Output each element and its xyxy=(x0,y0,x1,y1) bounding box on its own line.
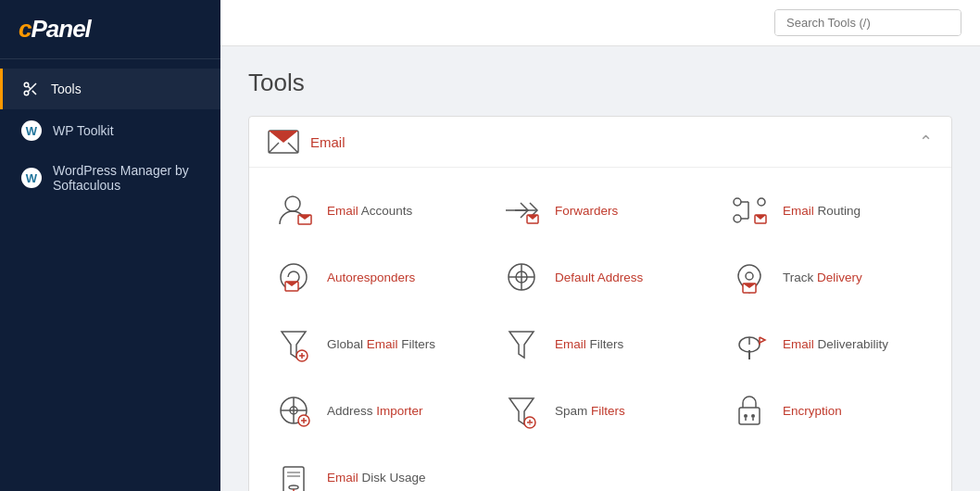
main-content: Tools Email xyxy=(220,0,980,491)
tool-default-address[interactable]: Default Address xyxy=(486,244,714,310)
wp-icon: W xyxy=(21,120,42,141)
topbar xyxy=(220,0,980,46)
track-delivery-label: Track Delivery xyxy=(783,271,862,284)
default-address-icon xyxy=(501,257,542,297)
search-input[interactable] xyxy=(775,10,961,35)
svg-point-61 xyxy=(289,485,298,489)
forwarders-icon xyxy=(501,190,542,231)
forwarders-label: Forwarders xyxy=(555,204,618,218)
spam-filters-label: Spam Filters xyxy=(555,404,625,418)
scissors-icon xyxy=(21,80,40,98)
tool-email-accounts[interactable]: Email Accounts xyxy=(258,177,486,244)
sidebar-wpmanager-label: WordPress Manager by Softaculous xyxy=(53,163,202,193)
svg-rect-60 xyxy=(283,467,304,491)
encryption-label: Encryption xyxy=(783,404,842,418)
tool-email-deliverability[interactable]: Email Deliverability xyxy=(714,310,942,377)
encryption-icon xyxy=(729,390,770,431)
default-address-label: Default Address xyxy=(555,271,643,284)
email-section-title: Email xyxy=(310,134,346,150)
sidebar-item-wp-toolkit[interactable]: W WP Toolkit xyxy=(0,109,220,152)
tool-spam-filters[interactable]: Spam Filters xyxy=(486,377,714,444)
email-accounts-icon xyxy=(273,190,314,231)
svg-point-0 xyxy=(24,82,29,87)
sidebar: cPanel Tools W WP Toolkit W WordPress Ma… xyxy=(0,0,220,491)
svg-point-31 xyxy=(746,272,753,280)
tool-email-disk-usage[interactable]: Email Disk Usage xyxy=(258,444,486,491)
track-delivery-icon xyxy=(729,257,770,297)
email-disk-usage-icon xyxy=(273,457,314,491)
address-importer-icon xyxy=(273,390,314,431)
tool-forwarders[interactable]: Forwarders xyxy=(486,177,714,244)
logo: cPanel xyxy=(0,0,220,59)
page-title: Tools xyxy=(248,69,952,97)
wp-icon-2: W xyxy=(21,168,42,188)
svg-point-18 xyxy=(734,215,741,222)
tool-global-email-filters[interactable]: Global Email Filters xyxy=(258,310,486,377)
email-filters-label: Email Filters xyxy=(555,337,623,351)
sidebar-nav: Tools W WP Toolkit W WordPress Manager b… xyxy=(0,59,220,213)
svg-point-16 xyxy=(734,198,741,206)
tool-grid: Email Accounts Forwarder xyxy=(249,168,951,491)
global-email-filters-label: Global Email Filters xyxy=(327,337,435,351)
svg-line-4 xyxy=(28,86,31,89)
email-deliverability-label: Email Deliverability xyxy=(783,337,888,351)
svg-marker-38 xyxy=(509,332,534,358)
tool-email-routing[interactable]: Email Routing xyxy=(714,177,942,244)
email-section-icon xyxy=(268,130,299,154)
svg-rect-55 xyxy=(739,408,760,424)
email-routing-label: Email Routing xyxy=(783,204,861,218)
email-routing-icon xyxy=(729,190,770,231)
tool-encryption[interactable]: Encryption xyxy=(714,377,942,444)
autoresponders-icon xyxy=(273,257,314,297)
sidebar-wptoolkit-label: WP Toolkit xyxy=(53,123,114,138)
chevron-up-icon: ⌃ xyxy=(919,132,933,152)
email-disk-usage-label: Email Disk Usage xyxy=(327,471,426,485)
email-filters-icon xyxy=(501,323,542,364)
svg-point-54 xyxy=(529,423,531,425)
spam-filters-icon xyxy=(501,390,542,431)
tool-email-filters[interactable]: Email Filters xyxy=(486,310,714,377)
content-area: Tools Email xyxy=(220,46,980,491)
email-deliverability-icon xyxy=(729,323,770,364)
sidebar-tools-label: Tools xyxy=(51,82,82,96)
svg-point-57 xyxy=(751,414,755,418)
email-accounts-label: Email Accounts xyxy=(327,204,412,218)
tool-track-delivery[interactable]: Track Delivery xyxy=(714,244,942,310)
svg-point-9 xyxy=(285,196,300,211)
sidebar-item-wordpress-manager[interactable]: W WordPress Manager by Softaculous xyxy=(0,152,220,204)
address-importer-label: Address Importer xyxy=(327,404,423,418)
global-email-filters-icon xyxy=(273,323,314,364)
svg-point-56 xyxy=(744,414,748,418)
svg-line-3 xyxy=(32,91,36,94)
tool-address-importer[interactable]: Address Importer xyxy=(258,377,486,444)
email-section: Email ⌃ Email xyxy=(248,116,952,491)
svg-point-17 xyxy=(758,198,765,206)
email-section-header[interactable]: Email ⌃ xyxy=(249,117,951,168)
sidebar-item-tools[interactable]: Tools xyxy=(0,69,220,109)
tool-autoresponders[interactable]: Autoresponders xyxy=(258,244,486,310)
autoresponders-label: Autoresponders xyxy=(327,271,415,284)
search-box[interactable] xyxy=(774,9,961,36)
svg-point-1 xyxy=(24,91,29,95)
